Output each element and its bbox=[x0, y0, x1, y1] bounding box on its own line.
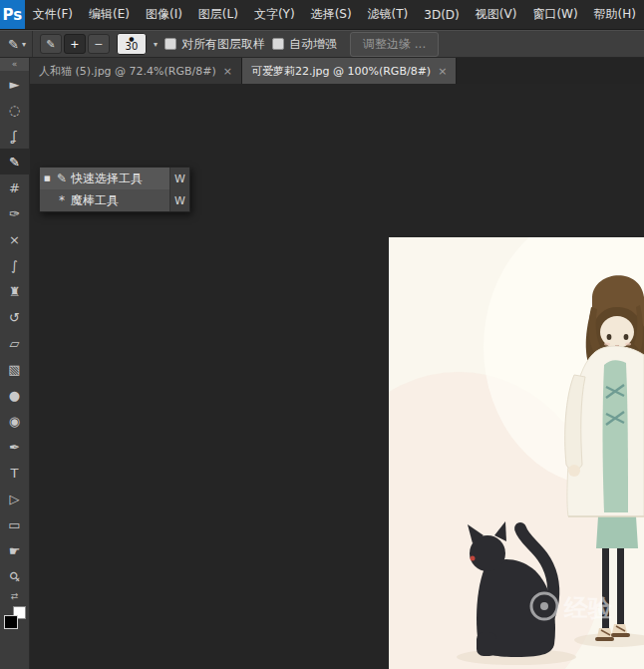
auto-enhance-checkbox[interactable] bbox=[272, 38, 284, 50]
tool-panel: « ► ◌ ʆ ✎ # ✑ × ∫ ♜ ↺ ▱ ▧ ● ◉ ✒ T ▷ ▭ ☛ … bbox=[0, 58, 30, 669]
zoom-icon: ♀ bbox=[6, 567, 23, 584]
photoshop-window: Ps 文件(F) 编辑(E) 图像(I) 图层(L) 文字(Y) 选择(S) 滤… bbox=[0, 0, 644, 669]
menu-bar: Ps 文件(F) 编辑(E) 图像(I) 图层(L) 文字(Y) 选择(S) 滤… bbox=[0, 0, 644, 30]
tool-flyout-menu: ■ ✎ 快速选择工具 W * 魔棒工具 W bbox=[39, 167, 190, 212]
brush-tool-button[interactable]: ∫ bbox=[0, 252, 29, 278]
menu-3d[interactable]: 3D(D) bbox=[416, 0, 467, 29]
path-selection-tool-button[interactable]: ▷ bbox=[0, 486, 29, 511]
pen-tool-button[interactable]: ✒ bbox=[0, 434, 29, 460]
quick-selection-icon: ✎ bbox=[8, 37, 19, 52]
menu-edit[interactable]: 编辑(E) bbox=[81, 0, 138, 29]
history-brush-icon: ↺ bbox=[9, 310, 20, 325]
quick-selection-icon: ✎ bbox=[53, 171, 71, 185]
menu-file[interactable]: 文件(F) bbox=[25, 0, 81, 29]
blur-tool-button[interactable]: ● bbox=[0, 382, 29, 408]
eyedropper-icon: ✑ bbox=[9, 206, 20, 221]
type-icon: T bbox=[11, 466, 19, 481]
brush-size-value: 30 bbox=[126, 42, 139, 52]
color-swatches bbox=[4, 606, 26, 629]
chevron-down-icon: ▾ bbox=[22, 40, 26, 49]
close-icon[interactable]: × bbox=[223, 65, 232, 78]
quick-selection-icon: ✎ bbox=[9, 155, 20, 169]
new-selection-button[interactable]: ✎ bbox=[40, 34, 62, 54]
brush-icon: ∫ bbox=[11, 258, 18, 273]
shortcut-badge: W bbox=[169, 189, 189, 211]
eraser-tool-button[interactable]: ▱ bbox=[0, 330, 29, 356]
menu-select[interactable]: 选择(S) bbox=[303, 0, 360, 29]
collapse-panel-button[interactable]: « bbox=[0, 58, 29, 71]
foreground-color-swatch[interactable] bbox=[4, 615, 18, 629]
auto-enhance-label: 自动增强 bbox=[289, 36, 337, 53]
shape-tool-button[interactable]: ▭ bbox=[0, 511, 29, 537]
auto-enhance-option: 自动增强 bbox=[272, 36, 337, 53]
blur-icon: ● bbox=[9, 388, 20, 403]
quick-selection-tool-button[interactable]: ✎ bbox=[0, 149, 29, 174]
path-selection-icon: ▷ bbox=[10, 492, 20, 506]
menu-help[interactable]: 帮助(H) bbox=[586, 0, 644, 29]
artwork-illustration: 经验 bbox=[389, 237, 644, 669]
sample-all-layers-option: 对所有图层取样 bbox=[164, 36, 265, 53]
healing-brush-tool-button[interactable]: × bbox=[0, 226, 29, 252]
flyout-item-label: 魔棒工具 bbox=[71, 192, 169, 209]
flyout-item-quick-selection-tool[interactable]: ■ ✎ 快速选择工具 W bbox=[40, 167, 189, 189]
flyout-item-magic-wand-tool[interactable]: * 魔棒工具 W bbox=[40, 189, 189, 211]
lasso-icon: ʆ bbox=[12, 129, 16, 144]
add-to-selection-button[interactable]: + bbox=[64, 34, 86, 54]
crop-tool-button[interactable]: # bbox=[0, 174, 29, 200]
tab-label: 人和猫 (5).jpg @ 72.4%(RGB/8#) bbox=[39, 64, 216, 79]
menu-view[interactable]: 视图(V) bbox=[468, 0, 525, 29]
chevron-down-icon[interactable]: ▾ bbox=[154, 40, 158, 49]
dodge-icon: ◉ bbox=[9, 414, 20, 429]
menu-window[interactable]: 窗口(W) bbox=[524, 0, 585, 29]
eraser-icon: ▱ bbox=[10, 336, 20, 351]
photoshop-logo: Ps bbox=[0, 0, 25, 29]
tab-label: 可爱萝莉22.jpg @ 100%(RGB/8#) bbox=[251, 64, 431, 79]
menu-filter[interactable]: 滤镜(T) bbox=[360, 0, 417, 29]
selected-marker: ■ bbox=[44, 174, 53, 182]
close-icon[interactable]: × bbox=[438, 65, 447, 78]
move-icon: ► bbox=[10, 77, 20, 92]
flyout-item-label: 快速选择工具 bbox=[71, 170, 169, 187]
sample-all-layers-label: 对所有图层取样 bbox=[181, 36, 265, 53]
sample-all-layers-checkbox[interactable] bbox=[164, 38, 176, 50]
tab-document-1[interactable]: 人和猫 (5).jpg @ 72.4%(RGB/8#) × bbox=[30, 58, 242, 84]
tab-document-2[interactable]: 可爱萝莉22.jpg @ 100%(RGB/8#) × bbox=[242, 58, 457, 84]
watermark-text: 经验 bbox=[563, 594, 613, 622]
clone-stamp-tool-button[interactable]: ♜ bbox=[0, 278, 29, 304]
shortcut-badge: W bbox=[169, 167, 189, 189]
hand-icon: ☛ bbox=[9, 543, 21, 558]
options-bar: ✎ ▾ ✎ + − ● 30 ▾ 对所有图层取样 自动增强 调整边缘 ... bbox=[0, 30, 644, 58]
shape-icon: ▭ bbox=[8, 517, 20, 532]
zoom-tool-button[interactable]: ♀ bbox=[0, 563, 29, 589]
crop-icon: # bbox=[9, 180, 20, 195]
marquee-icon: ◌ bbox=[9, 103, 20, 118]
move-tool-button[interactable]: ► bbox=[0, 71, 29, 97]
tool-preset-picker[interactable]: ✎ ▾ bbox=[6, 31, 33, 57]
marquee-tool-button[interactable]: ◌ bbox=[0, 97, 29, 123]
pen-icon: ✒ bbox=[9, 440, 20, 455]
swap-colors-icon[interactable]: ⇄ bbox=[11, 591, 19, 604]
gradient-icon: ▧ bbox=[8, 362, 20, 377]
magic-wand-icon: * bbox=[53, 193, 71, 207]
menu-type[interactable]: 文字(Y) bbox=[246, 0, 303, 29]
type-tool-button[interactable]: T bbox=[0, 460, 29, 486]
document-image[interactable]: 经验 bbox=[389, 237, 644, 669]
gradient-tool-button[interactable]: ▧ bbox=[0, 356, 29, 382]
dodge-tool-button[interactable]: ◉ bbox=[0, 408, 29, 434]
menu-layer[interactable]: 图层(L) bbox=[190, 0, 246, 29]
selection-mode-group: ✎ + − bbox=[40, 34, 110, 54]
refine-edge-button[interactable]: 调整边缘 ... bbox=[350, 32, 439, 57]
menu-image[interactable]: 图像(I) bbox=[138, 0, 190, 29]
eyedropper-tool-button[interactable]: ✑ bbox=[0, 200, 29, 226]
document-tabs: 人和猫 (5).jpg @ 72.4%(RGB/8#) × 可爱萝莉22.jpg… bbox=[30, 58, 644, 84]
subtract-from-selection-button[interactable]: − bbox=[88, 34, 110, 54]
brush-size-picker[interactable]: ● 30 bbox=[117, 33, 147, 55]
clone-stamp-icon: ♜ bbox=[9, 284, 21, 299]
history-brush-tool-button[interactable]: ↺ bbox=[0, 304, 29, 330]
lasso-tool-button[interactable]: ʆ bbox=[0, 123, 29, 149]
healing-brush-icon: × bbox=[9, 232, 20, 247]
hand-tool-button[interactable]: ☛ bbox=[0, 537, 29, 563]
